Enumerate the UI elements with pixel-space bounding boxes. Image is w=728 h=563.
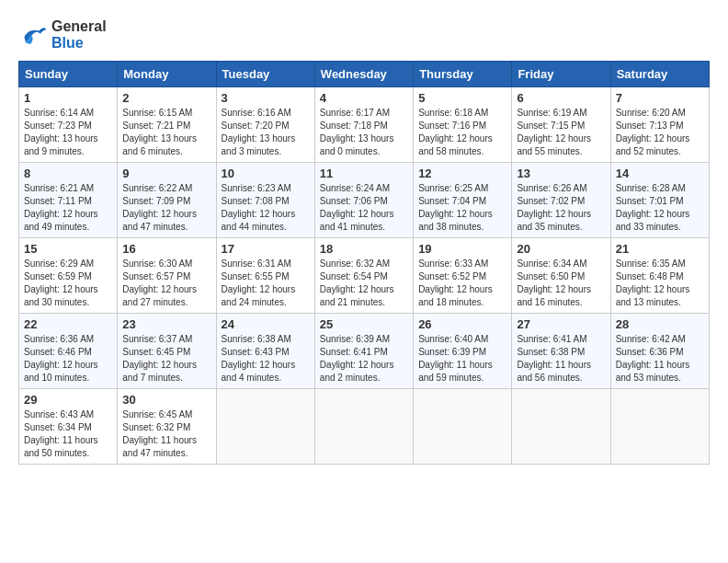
day-info: Sunrise: 6:20 AMSunset: 7:13 PMDaylight:… (616, 108, 690, 156)
day-number: 24 (222, 317, 310, 331)
calendar-cell: 3 Sunrise: 6:16 AMSunset: 7:20 PMDayligh… (216, 87, 314, 163)
calendar-cell: 5 Sunrise: 6:18 AMSunset: 7:16 PMDayligh… (414, 87, 512, 163)
calendar-cell: 2 Sunrise: 6:15 AMSunset: 7:21 PMDayligh… (118, 87, 216, 163)
calendar-cell: 29 Sunrise: 6:43 AMSunset: 6:34 PMDaylig… (19, 389, 118, 465)
calendar-week-3: 15 Sunrise: 6:29 AMSunset: 6:59 PMDaylig… (19, 238, 710, 314)
calendar-cell: 20 Sunrise: 6:34 AMSunset: 6:50 PMDaylig… (512, 238, 610, 314)
calendar-cell (610, 389, 709, 465)
day-number: 13 (517, 167, 605, 180)
day-info: Sunrise: 6:29 AMSunset: 6:59 PMDaylight:… (24, 259, 98, 307)
weekday-header-friday: Friday (512, 62, 610, 87)
day-info: Sunrise: 6:41 AMSunset: 6:38 PMDaylight:… (517, 334, 591, 383)
day-info: Sunrise: 6:24 AMSunset: 7:06 PMDaylight:… (320, 183, 394, 232)
day-info: Sunrise: 6:23 AMSunset: 7:08 PMDaylight:… (222, 183, 296, 232)
day-info: Sunrise: 6:42 AMSunset: 6:36 PMDaylight:… (616, 334, 690, 383)
day-info: Sunrise: 6:36 AMSunset: 6:46 PMDaylight:… (24, 334, 98, 383)
day-number: 23 (122, 317, 210, 331)
calendar-table: SundayMondayTuesdayWednesdayThursdayFrid… (18, 61, 710, 465)
day-number: 25 (320, 317, 408, 331)
weekday-header-thursday: Thursday (414, 62, 512, 87)
calendar-cell (314, 389, 413, 465)
logo: General Blue (18, 18, 107, 52)
day-info: Sunrise: 6:31 AMSunset: 6:55 PMDaylight:… (222, 259, 296, 307)
header: General Blue (18, 18, 710, 52)
day-number: 28 (616, 317, 704, 331)
calendar-cell: 13 Sunrise: 6:26 AMSunset: 7:02 PMDaylig… (512, 163, 610, 238)
calendar-cell: 23 Sunrise: 6:37 AMSunset: 6:45 PMDaylig… (118, 314, 216, 389)
weekday-header-sunday: Sunday (19, 62, 118, 87)
day-number: 6 (517, 91, 605, 105)
calendar-cell: 18 Sunrise: 6:32 AMSunset: 6:54 PMDaylig… (314, 238, 413, 314)
day-info: Sunrise: 6:21 AMSunset: 7:11 PMDaylight:… (24, 183, 98, 232)
weekday-header-saturday: Saturday (610, 62, 709, 87)
calendar-cell: 16 Sunrise: 6:30 AMSunset: 6:57 PMDaylig… (118, 238, 216, 314)
calendar-week-1: 1 Sunrise: 6:14 AMSunset: 7:23 PMDayligh… (19, 87, 710, 163)
calendar-week-2: 8 Sunrise: 6:21 AMSunset: 7:11 PMDayligh… (19, 163, 710, 238)
calendar-cell: 25 Sunrise: 6:39 AMSunset: 6:41 PMDaylig… (314, 314, 413, 389)
calendar-cell: 12 Sunrise: 6:25 AMSunset: 7:04 PMDaylig… (414, 163, 512, 238)
day-info: Sunrise: 6:35 AMSunset: 6:48 PMDaylight:… (616, 259, 690, 307)
day-info: Sunrise: 6:34 AMSunset: 6:50 PMDaylight:… (517, 259, 591, 307)
calendar-cell: 19 Sunrise: 6:33 AMSunset: 6:52 PMDaylig… (414, 238, 512, 314)
calendar-cell: 10 Sunrise: 6:23 AMSunset: 7:08 PMDaylig… (216, 163, 314, 238)
day-number: 9 (122, 167, 210, 180)
calendar-cell: 8 Sunrise: 6:21 AMSunset: 7:11 PMDayligh… (19, 163, 118, 238)
calendar-week-4: 22 Sunrise: 6:36 AMSunset: 6:46 PMDaylig… (19, 314, 710, 389)
weekday-header-monday: Monday (118, 62, 216, 87)
calendar-cell: 21 Sunrise: 6:35 AMSunset: 6:48 PMDaylig… (610, 238, 709, 314)
day-number: 3 (222, 91, 310, 105)
day-number: 1 (24, 91, 112, 105)
day-number: 29 (24, 393, 112, 407)
calendar-cell: 7 Sunrise: 6:20 AMSunset: 7:13 PMDayligh… (610, 87, 709, 163)
logo-icon (18, 22, 48, 48)
calendar-cell: 1 Sunrise: 6:14 AMSunset: 7:23 PMDayligh… (19, 87, 118, 163)
day-number: 8 (24, 167, 112, 180)
calendar-cell: 26 Sunrise: 6:40 AMSunset: 6:39 PMDaylig… (414, 314, 512, 389)
day-info: Sunrise: 6:40 AMSunset: 6:39 PMDaylight:… (418, 334, 493, 383)
day-info: Sunrise: 6:17 AMSunset: 7:18 PMDaylight:… (320, 108, 394, 156)
calendar-cell: 28 Sunrise: 6:42 AMSunset: 6:36 PMDaylig… (610, 314, 709, 389)
day-info: Sunrise: 6:26 AMSunset: 7:02 PMDaylight:… (517, 183, 591, 232)
day-number: 16 (122, 242, 210, 256)
day-info: Sunrise: 6:30 AMSunset: 6:57 PMDaylight:… (122, 259, 197, 307)
day-info: Sunrise: 6:22 AMSunset: 7:09 PMDaylight:… (122, 183, 197, 232)
day-info: Sunrise: 6:25 AMSunset: 7:04 PMDaylight:… (418, 183, 493, 232)
calendar-cell (216, 389, 314, 465)
calendar-cell: 14 Sunrise: 6:28 AMSunset: 7:01 PMDaylig… (610, 163, 709, 238)
calendar-cell (512, 389, 610, 465)
day-info: Sunrise: 6:33 AMSunset: 6:52 PMDaylight:… (418, 259, 493, 307)
day-info: Sunrise: 6:18 AMSunset: 7:16 PMDaylight:… (418, 108, 493, 156)
day-number: 20 (517, 242, 605, 256)
day-info: Sunrise: 6:38 AMSunset: 6:43 PMDaylight:… (222, 334, 296, 383)
calendar-cell: 30 Sunrise: 6:45 AMSunset: 6:32 PMDaylig… (118, 389, 216, 465)
day-number: 7 (616, 91, 704, 105)
day-number: 2 (122, 91, 210, 105)
calendar-cell: 9 Sunrise: 6:22 AMSunset: 7:09 PMDayligh… (118, 163, 216, 238)
day-info: Sunrise: 6:45 AMSunset: 6:32 PMDaylight:… (122, 409, 197, 458)
calendar-cell: 24 Sunrise: 6:38 AMSunset: 6:43 PMDaylig… (216, 314, 314, 389)
day-number: 18 (320, 242, 408, 256)
day-number: 19 (418, 242, 506, 256)
day-info: Sunrise: 6:37 AMSunset: 6:45 PMDaylight:… (122, 334, 197, 383)
day-info: Sunrise: 6:15 AMSunset: 7:21 PMDaylight:… (122, 108, 197, 156)
day-number: 26 (418, 317, 506, 331)
calendar-cell: 27 Sunrise: 6:41 AMSunset: 6:38 PMDaylig… (512, 314, 610, 389)
day-info: Sunrise: 6:16 AMSunset: 7:20 PMDaylight:… (222, 108, 296, 156)
day-number: 11 (320, 167, 408, 180)
calendar-cell: 6 Sunrise: 6:19 AMSunset: 7:15 PMDayligh… (512, 87, 610, 163)
day-number: 10 (222, 167, 310, 180)
day-number: 21 (616, 242, 704, 256)
calendar-cell: 11 Sunrise: 6:24 AMSunset: 7:06 PMDaylig… (314, 163, 413, 238)
day-number: 14 (616, 167, 704, 180)
calendar-week-5: 29 Sunrise: 6:43 AMSunset: 6:34 PMDaylig… (19, 389, 710, 465)
day-number: 4 (320, 91, 408, 105)
day-info: Sunrise: 6:19 AMSunset: 7:15 PMDaylight:… (517, 108, 591, 156)
calendar-cell: 22 Sunrise: 6:36 AMSunset: 6:46 PMDaylig… (19, 314, 118, 389)
day-number: 30 (122, 393, 210, 407)
day-number: 5 (418, 91, 506, 105)
calendar-cell (414, 389, 512, 465)
day-number: 15 (24, 242, 112, 256)
logo-text: General Blue (51, 18, 107, 52)
weekday-header-tuesday: Tuesday (216, 62, 314, 87)
day-number: 22 (24, 317, 112, 331)
